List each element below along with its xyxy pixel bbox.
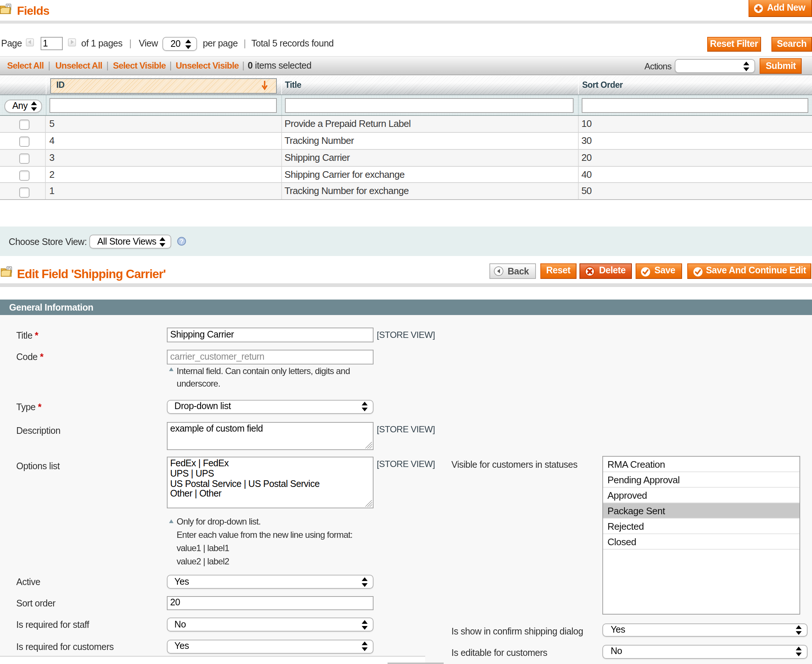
svg-text:?: ? [179,238,183,245]
